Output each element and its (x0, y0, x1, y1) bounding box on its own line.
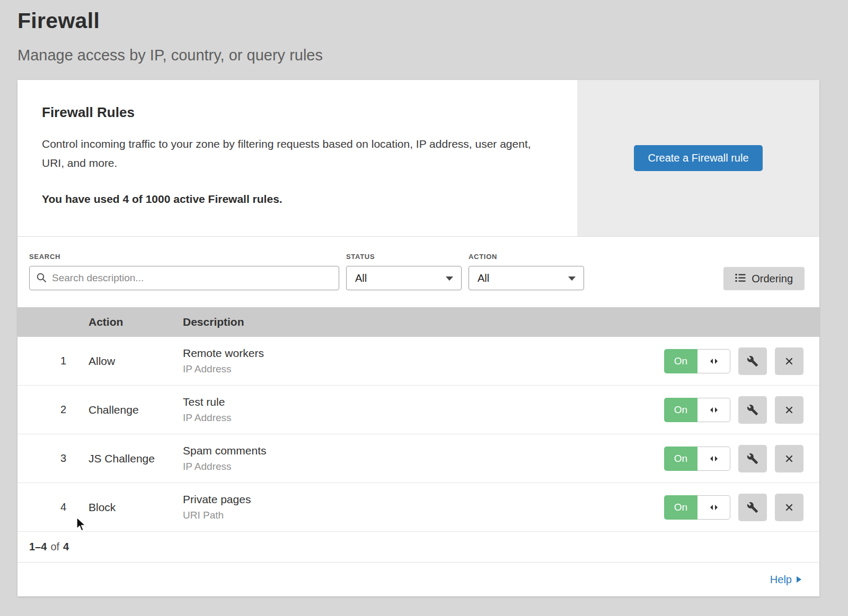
toggle-on-label: On (664, 398, 697, 422)
search-input[interactable] (29, 266, 339, 290)
create-rule-panel: Create a Firewall rule (577, 80, 819, 236)
rule-description-cell: Test rule IP Address (183, 396, 642, 424)
rule-description: Test rule (183, 396, 642, 408)
wrench-icon (747, 404, 758, 416)
action-dropdown-value: All (478, 272, 489, 284)
overview-heading: Firewall Rules (42, 104, 540, 121)
rule-enable-toggle[interactable]: On (664, 398, 730, 422)
rule-description-cell: Spam comments IP Address (183, 444, 642, 472)
rule-action: JS Challenge (89, 452, 183, 465)
left-right-arrows-icon (710, 456, 718, 462)
left-right-arrows-icon (710, 504, 718, 511)
toggle-drag-handle[interactable] (697, 349, 730, 373)
rule-match-type: IP Address (183, 461, 642, 472)
chevron-down-icon (568, 276, 576, 281)
status-dropdown-value: All (355, 272, 367, 284)
ordering-button[interactable]: Ordering (723, 267, 805, 290)
table-row: 3 JS Challenge Spam comments IP Address … (17, 434, 819, 483)
close-icon (784, 405, 794, 415)
create-firewall-rule-button[interactable]: Create a Firewall rule (634, 145, 762, 171)
left-right-arrows-icon (710, 407, 718, 413)
toggle-drag-handle[interactable] (697, 447, 730, 471)
filter-bar: SEARCH STATUS All ACTION All (17, 237, 819, 307)
delete-rule-button[interactable] (775, 347, 803, 375)
toggle-on-label: On (664, 349, 697, 373)
toggle-on-label: On (664, 495, 697, 520)
pagination: 1–4 of 4 (17, 532, 819, 563)
usage-text: You have used 4 of 1000 active Firewall … (42, 193, 540, 206)
rule-match-type: URI Path (183, 510, 642, 521)
pagination-total: 4 (63, 541, 69, 553)
page-header: Firewall Manage access by IP, country, o… (0, 0, 848, 64)
firewall-rules-card: Firewall Rules Control incoming traffic … (17, 80, 819, 596)
row-number: 1 (17, 355, 89, 367)
table-row: 2 Challenge Test rule IP Address On (17, 386, 819, 434)
rule-controls: On (642, 396, 819, 424)
help-link[interactable]: Help (770, 574, 801, 586)
action-filter-group: ACTION All (469, 253, 584, 290)
pagination-of-label: of (50, 541, 59, 553)
rule-action: Allow (89, 355, 183, 368)
toggle-drag-handle[interactable] (697, 398, 730, 422)
rule-description-cell: Remote workers IP Address (183, 347, 642, 375)
close-icon (784, 356, 794, 367)
status-label: STATUS (346, 253, 462, 261)
rule-enable-toggle[interactable]: On (664, 495, 730, 520)
page-subtitle: Manage access by IP, country, or query r… (17, 47, 831, 64)
row-number: 4 (17, 501, 89, 513)
status-dropdown[interactable]: All (346, 266, 462, 290)
overview-text-block: Firewall Rules Control incoming traffic … (17, 80, 577, 236)
overview-section: Firewall Rules Control incoming traffic … (17, 80, 819, 237)
wrench-icon (747, 355, 758, 367)
ordering-list-icon (735, 273, 746, 285)
rule-controls: On (642, 445, 819, 472)
action-dropdown[interactable]: All (469, 266, 584, 290)
wrench-icon (747, 453, 758, 465)
edit-rule-button[interactable] (738, 347, 767, 375)
edit-rule-button[interactable] (738, 445, 767, 472)
row-number: 2 (17, 404, 89, 416)
table-row: 4 Block Private pages URI Path On (17, 483, 819, 532)
rule-controls: On (642, 347, 819, 375)
rule-enable-toggle[interactable]: On (664, 447, 730, 471)
column-header-description: Description (183, 316, 642, 328)
action-label: ACTION (469, 253, 584, 261)
toggle-on-label: On (664, 447, 697, 471)
rule-description: Spam comments (183, 444, 642, 457)
arrow-right-icon (797, 576, 801, 583)
search-group: SEARCH (29, 253, 339, 290)
wrench-icon (747, 502, 758, 513)
edit-rule-button[interactable] (738, 396, 767, 424)
edit-rule-button[interactable] (738, 494, 767, 521)
rule-controls: On (642, 494, 819, 521)
search-label: SEARCH (29, 253, 339, 261)
rule-description-cell: Private pages URI Path (183, 493, 642, 521)
overview-description: Control incoming traffic to your zone by… (42, 135, 540, 173)
column-header-action: Action (89, 316, 183, 328)
delete-rule-button[interactable] (775, 396, 803, 424)
left-right-arrows-icon (710, 358, 718, 364)
close-icon (784, 453, 794, 464)
search-icon (36, 272, 47, 285)
table-row: 1 Allow Remote workers IP Address On (17, 337, 819, 386)
page-title: Firewall (17, 8, 831, 33)
rule-enable-toggle[interactable]: On (664, 349, 730, 373)
status-filter-group: STATUS All (346, 253, 462, 290)
chevron-down-icon (446, 276, 453, 281)
rule-action: Block (89, 501, 183, 514)
card-footer: Help (17, 563, 819, 596)
rule-description: Private pages (183, 493, 642, 506)
rule-action: Challenge (89, 404, 183, 416)
delete-rule-button[interactable] (775, 445, 803, 472)
rule-description: Remote workers (183, 347, 642, 360)
help-link-label: Help (770, 574, 792, 586)
pagination-range: 1–4 (29, 541, 47, 553)
row-number: 3 (17, 452, 89, 465)
delete-rule-button[interactable] (775, 494, 803, 521)
rule-match-type: IP Address (183, 412, 642, 424)
ordering-button-label: Ordering (752, 273, 793, 285)
toggle-drag-handle[interactable] (697, 495, 730, 520)
rule-match-type: IP Address (183, 363, 642, 375)
close-icon (784, 502, 794, 513)
table-header: Action Description (17, 307, 819, 337)
